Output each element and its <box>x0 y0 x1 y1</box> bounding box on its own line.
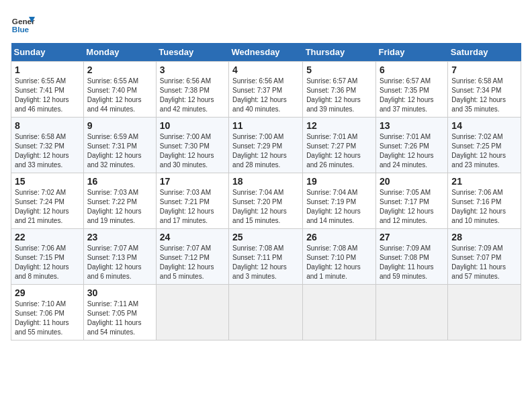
calendar-week-4: 22 Sunrise: 7:06 AM Sunset: 7:15 PM Dayl… <box>11 229 521 285</box>
weekday-header-thursday: Thursday <box>303 43 376 62</box>
calendar-cell: 9 Sunrise: 6:59 AM Sunset: 7:31 PM Dayli… <box>83 118 156 173</box>
day-number: 1 <box>15 64 80 75</box>
day-number: 3 <box>160 64 225 75</box>
day-number: 22 <box>15 232 80 242</box>
weekday-header-wednesday: Wednesday <box>229 43 303 62</box>
day-number: 25 <box>232 232 299 242</box>
day-number: 11 <box>232 120 299 131</box>
calendar-table: SundayMondayTuesdayWednesdayThursdayFrid… <box>11 43 521 340</box>
calendar-cell <box>156 285 228 340</box>
day-number: 23 <box>87 232 152 242</box>
day-number: 5 <box>306 64 372 75</box>
calendar-cell <box>229 285 303 340</box>
calendar-cell: 21 Sunrise: 7:06 AM Sunset: 7:16 PM Dayl… <box>448 173 521 229</box>
calendar-cell: 8 Sunrise: 6:58 AM Sunset: 7:32 PM Dayli… <box>11 118 84 173</box>
calendar-cell: 1 Sunrise: 6:55 AM Sunset: 7:41 PM Dayli… <box>11 62 84 118</box>
day-number: 19 <box>306 176 372 187</box>
calendar-cell: 7 Sunrise: 6:58 AM Sunset: 7:34 PM Dayli… <box>448 62 521 118</box>
day-info: Sunrise: 7:09 AM Sunset: 7:08 PM Dayligh… <box>380 244 444 281</box>
logo-icon: General Blue <box>11 11 35 35</box>
calendar-cell: 27 Sunrise: 7:09 AM Sunset: 7:08 PM Dayl… <box>375 229 447 285</box>
calendar-cell: 30 Sunrise: 7:11 AM Sunset: 7:05 PM Dayl… <box>83 285 156 340</box>
weekday-header-monday: Monday <box>83 43 156 62</box>
weekday-header-sunday: Sunday <box>11 43 84 62</box>
calendar-cell: 22 Sunrise: 7:06 AM Sunset: 7:15 PM Dayl… <box>11 229 84 285</box>
day-number: 10 <box>160 120 225 131</box>
calendar-cell: 15 Sunrise: 7:02 AM Sunset: 7:24 PM Dayl… <box>11 173 84 229</box>
calendar-cell: 4 Sunrise: 6:56 AM Sunset: 7:37 PM Dayli… <box>229 62 303 118</box>
day-info: Sunrise: 7:03 AM Sunset: 7:21 PM Dayligh… <box>160 188 225 226</box>
day-info: Sunrise: 7:08 AM Sunset: 7:10 PM Dayligh… <box>306 244 372 281</box>
day-number: 21 <box>451 176 517 187</box>
calendar-cell: 17 Sunrise: 7:03 AM Sunset: 7:21 PM Dayl… <box>156 173 228 229</box>
day-info: Sunrise: 7:07 AM Sunset: 7:12 PM Dayligh… <box>160 244 225 281</box>
day-number: 26 <box>306 232 372 242</box>
weekday-header-row: SundayMondayTuesdayWednesdayThursdayFrid… <box>11 43 521 62</box>
day-number: 30 <box>87 287 152 298</box>
calendar-cell: 20 Sunrise: 7:05 AM Sunset: 7:17 PM Dayl… <box>375 173 447 229</box>
weekday-header-friday: Friday <box>375 43 447 62</box>
calendar-cell: 25 Sunrise: 7:08 AM Sunset: 7:11 PM Dayl… <box>229 229 303 285</box>
calendar-cell: 29 Sunrise: 7:10 AM Sunset: 7:06 PM Dayl… <box>11 285 84 340</box>
day-number: 18 <box>232 176 299 187</box>
logo: General Blue <box>11 11 35 35</box>
calendar-cell: 16 Sunrise: 7:03 AM Sunset: 7:22 PM Dayl… <box>83 173 156 229</box>
day-number: 6 <box>380 64 444 75</box>
calendar-cell: 12 Sunrise: 7:01 AM Sunset: 7:27 PM Dayl… <box>303 118 376 173</box>
day-info: Sunrise: 7:00 AM Sunset: 7:30 PM Dayligh… <box>160 132 225 170</box>
calendar-week-5: 29 Sunrise: 7:10 AM Sunset: 7:06 PM Dayl… <box>11 285 521 340</box>
day-number: 20 <box>380 176 444 187</box>
calendar-cell: 24 Sunrise: 7:07 AM Sunset: 7:12 PM Dayl… <box>156 229 228 285</box>
day-number: 12 <box>306 120 372 131</box>
calendar-cell: 14 Sunrise: 7:02 AM Sunset: 7:25 PM Dayl… <box>448 118 521 173</box>
weekday-header-tuesday: Tuesday <box>156 43 228 62</box>
calendar-cell: 11 Sunrise: 7:00 AM Sunset: 7:29 PM Dayl… <box>229 118 303 173</box>
day-info: Sunrise: 7:06 AM Sunset: 7:15 PM Dayligh… <box>15 244 80 281</box>
calendar-cell <box>303 285 376 340</box>
day-info: Sunrise: 7:08 AM Sunset: 7:11 PM Dayligh… <box>232 244 299 281</box>
day-info: Sunrise: 7:03 AM Sunset: 7:22 PM Dayligh… <box>87 188 152 226</box>
calendar-week-3: 15 Sunrise: 7:02 AM Sunset: 7:24 PM Dayl… <box>11 173 521 229</box>
calendar-cell <box>375 285 447 340</box>
day-number: 17 <box>160 176 225 187</box>
day-info: Sunrise: 7:01 AM Sunset: 7:26 PM Dayligh… <box>380 132 444 170</box>
calendar-cell: 23 Sunrise: 7:07 AM Sunset: 7:13 PM Dayl… <box>83 229 156 285</box>
day-number: 7 <box>451 64 517 75</box>
day-info: Sunrise: 7:07 AM Sunset: 7:13 PM Dayligh… <box>87 244 152 281</box>
calendar-week-2: 8 Sunrise: 6:58 AM Sunset: 7:32 PM Dayli… <box>11 118 521 173</box>
day-number: 2 <box>87 64 152 75</box>
day-info: Sunrise: 7:10 AM Sunset: 7:06 PM Dayligh… <box>15 300 80 337</box>
day-info: Sunrise: 6:56 AM Sunset: 7:38 PM Dayligh… <box>160 77 225 114</box>
day-number: 28 <box>451 232 517 242</box>
day-info: Sunrise: 7:01 AM Sunset: 7:27 PM Dayligh… <box>306 132 372 170</box>
day-info: Sunrise: 6:58 AM Sunset: 7:34 PM Dayligh… <box>451 77 517 114</box>
day-info: Sunrise: 7:04 AM Sunset: 7:19 PM Dayligh… <box>306 188 372 226</box>
calendar-cell: 28 Sunrise: 7:09 AM Sunset: 7:07 PM Dayl… <box>448 229 521 285</box>
day-number: 15 <box>15 176 80 187</box>
day-info: Sunrise: 7:00 AM Sunset: 7:29 PM Dayligh… <box>232 132 299 170</box>
day-info: Sunrise: 6:55 AM Sunset: 7:41 PM Dayligh… <box>15 77 80 114</box>
calendar-cell: 19 Sunrise: 7:04 AM Sunset: 7:19 PM Dayl… <box>303 173 376 229</box>
weekday-header-saturday: Saturday <box>448 43 521 62</box>
day-number: 9 <box>87 120 152 131</box>
day-info: Sunrise: 7:05 AM Sunset: 7:17 PM Dayligh… <box>380 188 444 226</box>
day-info: Sunrise: 7:02 AM Sunset: 7:24 PM Dayligh… <box>15 188 80 226</box>
day-info: Sunrise: 6:55 AM Sunset: 7:40 PM Dayligh… <box>87 77 152 114</box>
day-info: Sunrise: 7:09 AM Sunset: 7:07 PM Dayligh… <box>451 244 517 281</box>
day-info: Sunrise: 6:57 AM Sunset: 7:36 PM Dayligh… <box>306 77 372 114</box>
day-info: Sunrise: 7:02 AM Sunset: 7:25 PM Dayligh… <box>451 132 517 170</box>
calendar-cell <box>448 285 521 340</box>
calendar-cell: 2 Sunrise: 6:55 AM Sunset: 7:40 PM Dayli… <box>83 62 156 118</box>
day-info: Sunrise: 6:58 AM Sunset: 7:32 PM Dayligh… <box>15 132 80 170</box>
calendar-cell: 13 Sunrise: 7:01 AM Sunset: 7:26 PM Dayl… <box>375 118 447 173</box>
day-info: Sunrise: 6:57 AM Sunset: 7:35 PM Dayligh… <box>380 77 444 114</box>
day-number: 24 <box>160 232 225 242</box>
day-number: 13 <box>380 120 444 131</box>
calendar-cell: 3 Sunrise: 6:56 AM Sunset: 7:38 PM Dayli… <box>156 62 228 118</box>
day-info: Sunrise: 6:59 AM Sunset: 7:31 PM Dayligh… <box>87 132 152 170</box>
calendar-cell: 18 Sunrise: 7:04 AM Sunset: 7:20 PM Dayl… <box>229 173 303 229</box>
day-number: 8 <box>15 120 80 131</box>
calendar-week-1: 1 Sunrise: 6:55 AM Sunset: 7:41 PM Dayli… <box>11 62 521 118</box>
svg-text:Blue: Blue <box>12 25 30 34</box>
day-number: 14 <box>451 120 517 131</box>
